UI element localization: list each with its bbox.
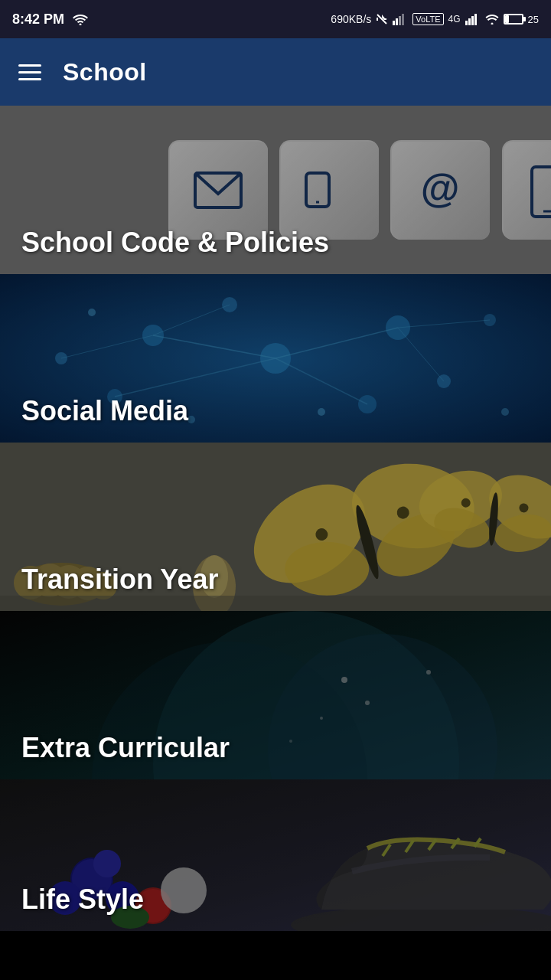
signal-icon bbox=[393, 13, 408, 25]
wifi-icon bbox=[72, 13, 89, 25]
signal-icon-2 bbox=[465, 13, 481, 25]
hamburger-menu-button[interactable] bbox=[18, 64, 41, 80]
svg-rect-3 bbox=[396, 18, 398, 25]
svg-rect-4 bbox=[399, 16, 401, 25]
network-speed: 690KB/s bbox=[331, 13, 371, 25]
app-header: School bbox=[0, 38, 551, 106]
app-title: School bbox=[63, 58, 147, 87]
social-media-label: Social Media bbox=[0, 380, 210, 443]
menu-item-school-code[interactable]: @ bbox=[0, 106, 551, 274]
hamburger-line-2 bbox=[18, 71, 41, 74]
svg-rect-5 bbox=[402, 14, 404, 25]
svg-rect-7 bbox=[468, 18, 471, 25]
hamburger-line-3 bbox=[18, 78, 41, 80]
svg-rect-9 bbox=[474, 14, 477, 25]
svg-rect-8 bbox=[471, 16, 474, 25]
svg-rect-2 bbox=[393, 21, 395, 25]
svg-rect-6 bbox=[465, 21, 468, 25]
battery-icon bbox=[504, 14, 523, 24]
status-left: 8:42 PM bbox=[12, 11, 89, 28]
menu-item-extra-curricular[interactable]: Extra Curricular bbox=[0, 611, 551, 779]
school-code-label: School Code & Policies bbox=[0, 211, 350, 274]
svg-point-10 bbox=[491, 23, 493, 25]
mute-icon bbox=[376, 13, 388, 25]
menu-item-transition-year[interactable]: Transition Year bbox=[0, 443, 551, 611]
menu-item-life-style[interactable]: Life Style bbox=[0, 779, 551, 931]
transition-year-label: Transition Year bbox=[0, 548, 240, 611]
hamburger-line-1 bbox=[18, 64, 41, 67]
menu-container: @ bbox=[0, 106, 551, 931]
status-bar: 8:42 PM 690KB/s VoLTE 4G bbox=[0, 0, 551, 38]
time-display: 8:42 PM bbox=[12, 11, 64, 28]
menu-item-social-media[interactable]: Social Media bbox=[0, 274, 551, 443]
volte-badge: VoLTE bbox=[412, 13, 443, 25]
status-right: 690KB/s VoLTE 4G 25 bbox=[331, 13, 539, 25]
extra-curricular-label: Extra Curricular bbox=[0, 717, 251, 779]
wifi-icon-2 bbox=[485, 14, 499, 24]
svg-point-0 bbox=[80, 24, 82, 26]
battery-percent: 25 bbox=[528, 14, 539, 25]
network-type: 4G bbox=[448, 14, 461, 24]
life-style-label: Life Style bbox=[0, 868, 165, 931]
